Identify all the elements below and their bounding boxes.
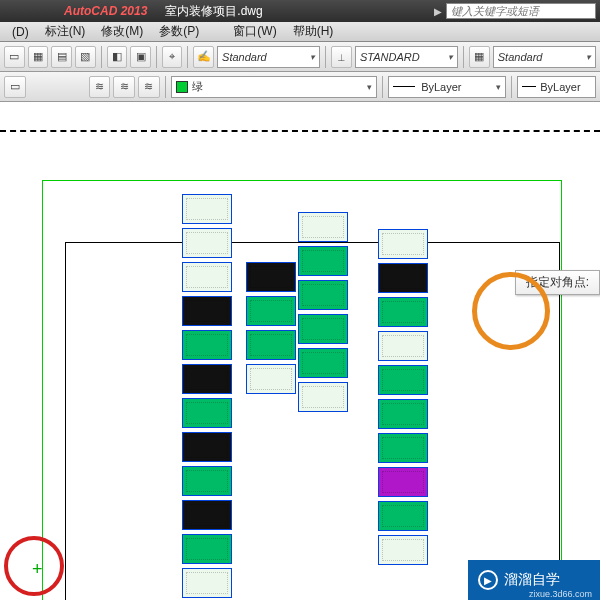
- sheet-thumb[interactable]: [182, 500, 232, 530]
- menu-help[interactable]: 帮助(H): [285, 23, 342, 40]
- sheet-thumb[interactable]: [298, 382, 348, 412]
- brush-icon[interactable]: ✍: [193, 46, 214, 68]
- separator: [382, 76, 383, 98]
- search-input[interactable]: [446, 3, 596, 19]
- watermark: ▶ 溜溜自学 zixue.3d66.com: [468, 560, 600, 600]
- sheet-thumb[interactable]: [182, 466, 232, 496]
- sheet-thumb[interactable]: [182, 568, 232, 598]
- thumb-column-1: [182, 194, 232, 600]
- sheet-thumb[interactable]: [182, 364, 232, 394]
- menu-param[interactable]: 参数(P): [151, 23, 207, 40]
- line-sample-icon: [393, 86, 415, 87]
- sheet-thumb[interactable]: [378, 433, 428, 463]
- annotation-red-circle: [4, 536, 64, 596]
- sheet-thumb[interactable]: [378, 297, 428, 327]
- sheet-thumb[interactable]: [378, 467, 428, 497]
- text-style-combo-2[interactable]: STANDARD▾: [355, 46, 458, 68]
- tool-btn-1[interactable]: ▭: [4, 46, 25, 68]
- layers-icon-3[interactable]: ≋: [138, 76, 160, 98]
- sheet-thumb[interactable]: [182, 534, 232, 564]
- table-icon[interactable]: ▦: [469, 46, 490, 68]
- separator: [511, 76, 512, 98]
- sheet-thumb[interactable]: [246, 364, 296, 394]
- toolbar-row-2: ▭ ≋ ≋ ≋ 绿 ▾ ByLayer ▾ ByLayer: [0, 72, 600, 102]
- sheet-thumb[interactable]: [182, 194, 232, 224]
- separator: [101, 46, 102, 68]
- tool-btn-6[interactable]: ▣: [130, 46, 151, 68]
- separator: [187, 46, 188, 68]
- sheet-thumb[interactable]: [182, 330, 232, 360]
- menu-d[interactable]: (D): [4, 25, 37, 39]
- sheet-thumb[interactable]: [298, 246, 348, 276]
- watermark-url: zixue.3d66.com: [529, 589, 592, 599]
- thumb-column-3: [298, 212, 348, 412]
- sheet-thumb[interactable]: [246, 296, 296, 326]
- line-sample-icon: [522, 86, 536, 87]
- sheet-thumb[interactable]: [378, 331, 428, 361]
- text-style-combo-1[interactable]: Standard▾: [217, 46, 320, 68]
- layer-combo[interactable]: 绿 ▾: [171, 76, 378, 98]
- menu-window[interactable]: 窗口(W): [225, 23, 284, 40]
- layer-name: 绿: [192, 79, 203, 94]
- layers-icon-1[interactable]: ≋: [89, 76, 111, 98]
- tool-btn-4[interactable]: ▧: [75, 46, 96, 68]
- search-arrow-icon: ▶: [434, 6, 442, 17]
- sheet-thumb[interactable]: [378, 399, 428, 429]
- toolbar-row-1: ▭ ▦ ▤ ▧ ◧ ▣ ⌖ ✍ Standard▾ ⟂ STANDARD▾ ▦ …: [0, 42, 600, 72]
- sheet-thumb[interactable]: [182, 228, 232, 258]
- thumb-column-2: [246, 262, 296, 394]
- search-wrap: ▶: [434, 3, 596, 19]
- file-name: 室内装修项目.dwg: [165, 3, 262, 20]
- sheet-thumb[interactable]: [298, 280, 348, 310]
- sheet-thumb[interactable]: [378, 229, 428, 259]
- sheet-thumb[interactable]: [246, 262, 296, 292]
- tool-btn-5[interactable]: ◧: [107, 46, 128, 68]
- tool-btn-3[interactable]: ▤: [51, 46, 72, 68]
- sheet-thumb[interactable]: [378, 263, 428, 293]
- sheet-thumb[interactable]: [298, 212, 348, 242]
- sheet-thumb[interactable]: [378, 365, 428, 395]
- separator: [156, 46, 157, 68]
- play-icon: ▶: [478, 570, 498, 590]
- annotation-orange-circle: [472, 272, 550, 350]
- sheet-thumb[interactable]: [182, 432, 232, 462]
- thumb-column-4: [378, 229, 428, 565]
- title-bar: AutoCAD 2013 室内装修项目.dwg ▶: [0, 0, 600, 22]
- dashed-guide: [0, 130, 600, 132]
- separator: [165, 76, 166, 98]
- dim-icon[interactable]: ⟂: [331, 46, 352, 68]
- sheet-thumb[interactable]: [378, 535, 428, 565]
- menu-modify[interactable]: 修改(M): [93, 23, 151, 40]
- tool-btn-7[interactable]: ⌖: [162, 46, 183, 68]
- drawing-canvas[interactable]: 指定对角点: +: [0, 102, 600, 600]
- watermark-brand: 溜溜自学: [504, 571, 560, 589]
- menu-annotate[interactable]: 标注(N): [37, 23, 94, 40]
- sheet-thumb[interactable]: [246, 330, 296, 360]
- layers-icon-2[interactable]: ≋: [113, 76, 135, 98]
- sheet-thumb[interactable]: [182, 262, 232, 292]
- layer-color-swatch: [176, 81, 188, 93]
- sheet-thumb[interactable]: [298, 314, 348, 344]
- linetype-combo[interactable]: ByLayer ▾: [388, 76, 506, 98]
- sheet-thumb[interactable]: [182, 398, 232, 428]
- separator: [325, 46, 326, 68]
- sheet-thumb[interactable]: [182, 296, 232, 326]
- menu-bar: (D) 标注(N) 修改(M) 参数(P) 窗口(W) 帮助(H): [0, 22, 600, 42]
- layer-btn-1[interactable]: ▭: [4, 76, 26, 98]
- sheet-thumb[interactable]: [298, 348, 348, 378]
- chevron-down-icon: ▾: [361, 82, 372, 92]
- lineweight-combo[interactable]: ByLayer: [517, 76, 596, 98]
- sheet-thumb[interactable]: [378, 501, 428, 531]
- app-name: AutoCAD 2013: [64, 4, 147, 18]
- tool-btn-2[interactable]: ▦: [28, 46, 49, 68]
- separator: [463, 46, 464, 68]
- text-style-combo-3[interactable]: Standard▾: [493, 46, 596, 68]
